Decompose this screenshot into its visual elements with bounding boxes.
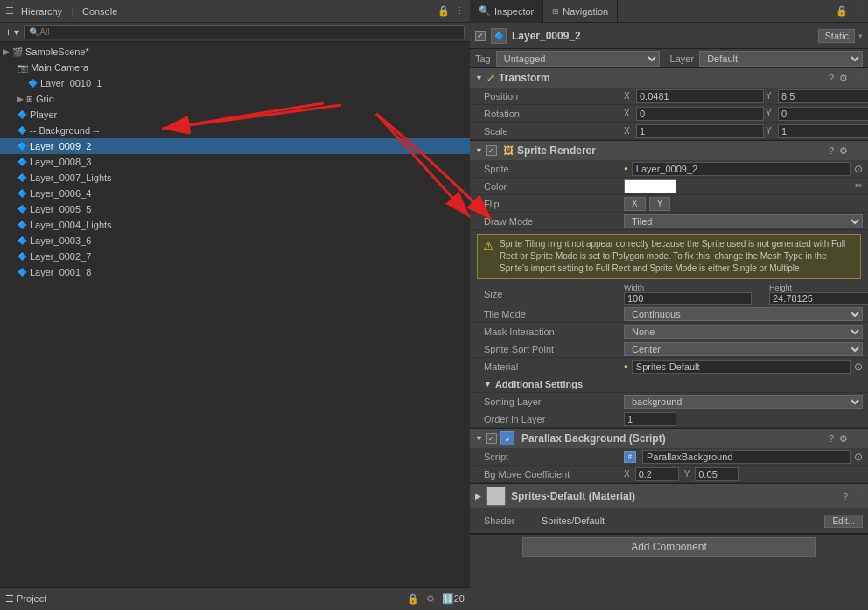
console-tab[interactable]: Console <box>82 6 117 17</box>
more-insp-icon[interactable]: ⋮ <box>853 5 863 17</box>
material-preview <box>486 487 506 506</box>
add-hierarchy-btn[interactable]: + ▾ <box>5 26 19 39</box>
transform-header[interactable]: ▼ ⤢ Transform ? ⚙ ⋮ <box>470 68 868 88</box>
script-file-icon: # <box>624 451 636 463</box>
more-icon: ⋮ <box>455 5 465 17</box>
hierarchy-bottom-bar: ☰ Project 🔒 ⚙ 🔢20 <box>0 587 470 610</box>
sprite-label: Sprite <box>484 164 624 174</box>
script-input[interactable] <box>642 450 850 464</box>
parallax-settings-icon[interactable]: ⚙ <box>839 433 848 445</box>
material-pick-icon[interactable]: ⊙ <box>854 361 863 373</box>
tree-item-layer0002[interactable]: 🔷 Layer_0002_7 <box>0 249 470 264</box>
sprite-renderer-body: Sprite ● ⊙ Color ✏ <box>470 160 868 428</box>
hierarchy-tab[interactable]: Hierarchy <box>21 6 62 17</box>
layer-select[interactable]: Default <box>699 51 863 67</box>
sprite-sort-point-select[interactable]: Center <box>624 342 863 356</box>
scale-y-input[interactable] <box>778 124 868 138</box>
order-in-layer-input[interactable] <box>624 412 676 426</box>
search-input[interactable] <box>39 27 460 37</box>
tree-item-layer0005[interactable]: 🔷 Layer_0005_5 <box>0 201 470 217</box>
hierarchy-header-icon: ☰ <box>5 5 14 17</box>
sorting-layer-select[interactable]: background <box>624 395 863 409</box>
shader-label: Shader <box>484 515 536 526</box>
rot-y-input[interactable] <box>778 107 868 121</box>
coeff-y-input[interactable] <box>695 467 738 481</box>
shader-value: Sprites/Default <box>542 515 819 526</box>
tree-item-layer0009[interactable]: 🔷 Layer_0009_2 <box>0 138 470 154</box>
tree-item-layer0003[interactable]: 🔷 Layer_0003_6 <box>0 233 470 249</box>
sprite-pick-icon[interactable]: ⊙ <box>854 163 863 175</box>
material-label: Material <box>484 361 624 372</box>
transform-settings-icon[interactable]: ⚙ <box>839 73 848 84</box>
transform-more-icon[interactable]: ⋮ <box>853 73 863 84</box>
static-dropdown-icon[interactable]: ▾ <box>858 32 863 40</box>
transform-collapse-icon: ▼ <box>475 74 483 82</box>
bg-move-label: Bg Move Coefficient <box>484 469 624 480</box>
flip-row: Flip X Y <box>470 195 868 213</box>
pos-y-input[interactable] <box>778 89 868 103</box>
parallax-script-header[interactable]: ▼ ✓ # Parallax Background (Script) ? ⚙ ⋮ <box>470 429 868 448</box>
material-input[interactable] <box>632 360 850 374</box>
flip-x-button[interactable]: X <box>624 197 646 211</box>
project-tab[interactable]: ☰ Project <box>5 593 46 605</box>
coeff-x-input[interactable] <box>635 467 679 481</box>
scale-row: Scale X Y <box>470 123 868 140</box>
tree-item-layer0008[interactable]: 🔷 Layer_0008_3 <box>0 154 470 170</box>
coeff-x-label: X <box>624 469 630 479</box>
flip-y-button[interactable]: Y <box>649 197 671 211</box>
edit-shader-button[interactable]: Edit... <box>824 515 863 528</box>
object-active-checkbox[interactable]: ✓ <box>475 31 486 41</box>
tree-item-layer0010[interactable]: 🔷 Layer_0010_1 <box>0 75 470 91</box>
sprite-more-icon[interactable]: ⋮ <box>853 145 863 157</box>
mask-interaction-select[interactable]: None <box>624 325 863 339</box>
sprite-help-icon[interactable]: ? <box>829 145 834 157</box>
color-row: Color ✏ <box>470 178 868 195</box>
tree-item-main-camera[interactable]: 📷 Main Camera <box>0 60 470 75</box>
material-body: Shader Sprites/Default Edit... <box>470 508 868 533</box>
script-pick-icon[interactable]: ⊙ <box>854 451 863 463</box>
lock-insp-icon[interactable]: 🔒 <box>836 5 848 17</box>
sprite-renderer-active-checkbox[interactable]: ✓ <box>486 145 497 156</box>
size-width-input[interactable] <box>624 292 752 305</box>
draw-mode-select[interactable]: Tiled <box>624 214 863 228</box>
tree-item-background[interactable]: 🔷 -- Background -- <box>0 123 470 138</box>
tile-mode-select[interactable]: Continuous <box>624 307 863 321</box>
tree-item-layer0004[interactable]: 🔷 Layer_0004_Lights <box>0 217 470 233</box>
sprite-input[interactable] <box>632 162 850 176</box>
parallax-help-icon[interactable]: ? <box>829 433 834 445</box>
parallax-active-checkbox[interactable]: ✓ <box>486 433 497 444</box>
tag-select[interactable]: Untagged <box>496 51 660 67</box>
static-button[interactable]: Static <box>818 29 855 43</box>
tree-item-player[interactable]: 🔷 Player <box>0 107 470 123</box>
sprite-renderer-icon: 🖼 <box>503 144 514 157</box>
tree-item-grid[interactable]: ▶ ⊞ Grid <box>0 91 470 107</box>
material-more-icon[interactable]: ⋮ <box>853 491 863 502</box>
navigation-tab[interactable]: ⊞ Navigation <box>543 0 618 23</box>
material-header[interactable]: ▶ Sprites-Default (Material) ? ⋮ <box>470 484 868 508</box>
tree-item-layer0006[interactable]: 🔷 Layer_0006_4 <box>0 186 470 201</box>
parallax-more-icon[interactable]: ⋮ <box>853 433 863 445</box>
add-component-button[interactable]: Add Component <box>522 537 816 557</box>
tree-item-layer0007[interactable]: 🔷 Layer_0007_Lights <box>0 170 470 186</box>
rot-x-input[interactable] <box>636 107 764 121</box>
scale-x-input[interactable] <box>636 124 764 138</box>
tree-item-layer0001[interactable]: 🔷 Layer_0001_8 <box>0 264 470 280</box>
sprite-settings-icon[interactable]: ⚙ <box>839 145 848 157</box>
pos-x-input[interactable] <box>636 89 764 103</box>
inspector-tab[interactable]: 🔍 Inspector <box>470 0 543 23</box>
hierarchy-toolbar: + ▾ 🔍 <box>0 23 470 42</box>
material-help-icon[interactable]: ? <box>843 491 848 502</box>
search-box: 🔍 <box>24 25 465 39</box>
rotation-row: Rotation X Y <box>470 105 868 123</box>
scene-root[interactable]: ▶ 🎬 SampleScene* <box>0 44 470 60</box>
color-picker-icon[interactable]: ✏ <box>855 180 863 192</box>
transform-help-icon[interactable]: ? <box>829 73 834 84</box>
additional-settings-header[interactable]: ▼ Additional Settings <box>470 375 868 393</box>
flip-label: Flip <box>484 199 624 209</box>
size-height-input[interactable] <box>769 292 868 305</box>
color-swatch[interactable] <box>624 179 676 193</box>
rot-y-label: Y <box>766 109 776 118</box>
object-icon: 🔷 <box>491 28 507 44</box>
draw-mode-label: Draw Mode <box>484 216 624 227</box>
sprite-renderer-header[interactable]: ▼ ✓ 🖼 Sprite Renderer ? ⚙ ⋮ <box>470 141 868 160</box>
